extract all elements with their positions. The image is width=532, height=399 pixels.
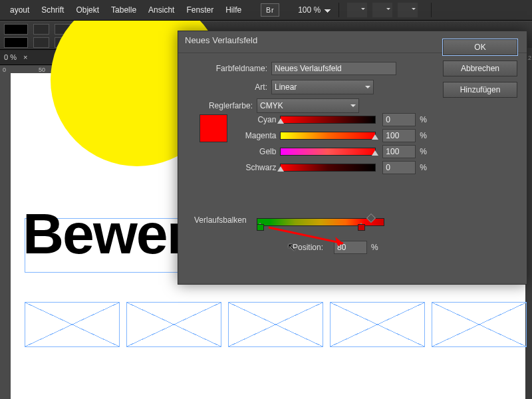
schwarz-label: Schwarz — [237, 163, 276, 172]
midpoint-diamond[interactable] — [366, 213, 376, 223]
type-value: Linear — [275, 82, 297, 92]
close-icon[interactable]: × — [23, 53, 27, 61]
cyan-slider[interactable] — [280, 116, 376, 124]
stroke-swatch[interactable] — [4, 37, 28, 48]
cyan-value[interactable] — [382, 113, 416, 126]
slider-thumb[interactable] — [372, 147, 378, 156]
empty-frame[interactable] — [25, 302, 120, 347]
menu-bar: ayout Schrift Objekt Tabelle Ansicht Fen… — [0, 0, 532, 21]
stop-color-value: CMYK — [260, 101, 283, 110]
menu-layout[interactable]: ayout — [4, 0, 35, 20]
stop-color-icon — [358, 224, 365, 231]
gradient-ramp-area: Verlaufsbalken Position: % — [194, 215, 427, 225]
ramp-label: Verlaufsbalken — [194, 215, 247, 225]
menu-schrift[interactable]: Schrift — [35, 0, 70, 20]
stop-color-label: Reglerfarbe: — [185, 101, 253, 110]
stop-color-icon — [257, 224, 264, 231]
view-mode-button-2[interactable] — [372, 3, 392, 17]
current-color-swatch — [200, 114, 227, 142]
separator — [338, 3, 339, 17]
empty-frame[interactable] — [330, 302, 425, 347]
cyan-label: Cyan — [237, 115, 276, 124]
black-slider[interactable] — [280, 164, 376, 172]
schwarz-value[interactable] — [382, 161, 416, 174]
zoom-value: 100 % — [298, 5, 321, 15]
menu-fenster[interactable]: Fenster — [180, 0, 219, 20]
annotation-arrow — [269, 226, 352, 250]
empty-frame[interactable] — [432, 302, 527, 347]
empty-frame[interactable] — [228, 302, 323, 347]
magenta-slider[interactable] — [280, 132, 376, 140]
view-mode-button-3[interactable] — [398, 3, 418, 17]
chevron-down-icon — [365, 86, 370, 91]
gradient-ramp[interactable] — [257, 218, 384, 226]
ruler-tick: 50 — [39, 66, 45, 73]
gelb-value[interactable] — [382, 145, 416, 158]
ruler-tick: 0 — [3, 66, 6, 73]
placeholder-row — [25, 302, 527, 347]
percent-label: % — [420, 131, 427, 140]
menu-tabelle[interactable]: Tabelle — [105, 0, 142, 20]
magenta-value[interactable] — [382, 129, 416, 142]
percent-label: % — [420, 163, 427, 172]
toolbar-field[interactable] — [33, 24, 49, 35]
svg-line-0 — [269, 227, 343, 243]
percent-label: % — [420, 115, 427, 124]
swatch-name-label: Farbfeldname: — [185, 64, 267, 73]
chevron-down-icon — [325, 9, 331, 13]
text-content[interactable]: Bewer — [23, 201, 188, 267]
view-mode-button-1[interactable] — [347, 3, 367, 17]
menu-objekt[interactable]: Objekt — [70, 0, 105, 20]
percent-label: % — [371, 243, 378, 252]
menu-hilfe[interactable]: Hilfe — [219, 0, 247, 20]
bridge-button[interactable]: Br — [261, 3, 279, 17]
type-label: Art: — [185, 82, 267, 92]
new-gradient-swatch-dialog: Neues Verlaufsfeld OK Abbrechen Hinzufüg… — [178, 31, 527, 285]
slider-thumb[interactable] — [277, 115, 284, 124]
menu-ansicht[interactable]: Ansicht — [142, 0, 180, 20]
separator — [431, 3, 432, 17]
zoom-level[interactable]: 100 % — [298, 5, 331, 15]
percent-label: % — [420, 147, 427, 156]
fill-swatch[interactable] — [4, 24, 28, 35]
swatch-name-input[interactable] — [271, 62, 396, 75]
toolbar-field[interactable] — [33, 37, 49, 48]
document-zoom-label: 0 % — [4, 53, 17, 61]
gradient-stop-left[interactable] — [257, 223, 263, 231]
stop-color-select[interactable]: CMYK — [257, 98, 359, 113]
ruler-vertical — [0, 73, 11, 399]
type-select[interactable]: Linear — [271, 80, 374, 94]
cursor-icon: ↖ — [287, 241, 296, 253]
slider-thumb[interactable] — [372, 131, 378, 140]
yellow-slider[interactable] — [280, 148, 376, 156]
cmyk-panel: Cyan % Magenta % Gelb — [192, 112, 427, 176]
slider-thumb[interactable] — [277, 163, 284, 172]
chevron-down-icon — [350, 104, 356, 110]
gelb-label: Gelb — [237, 147, 276, 156]
gradient-stop-right[interactable] — [358, 223, 364, 231]
empty-frame[interactable] — [126, 302, 221, 347]
magenta-label: Magenta — [237, 131, 276, 140]
